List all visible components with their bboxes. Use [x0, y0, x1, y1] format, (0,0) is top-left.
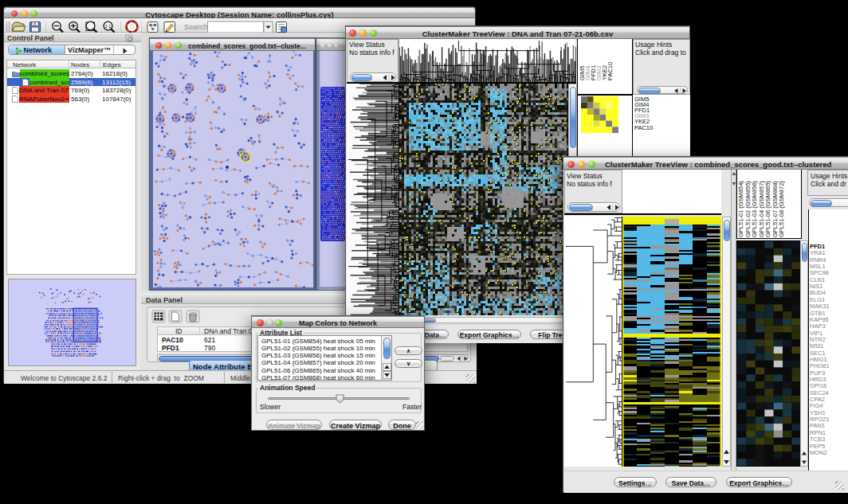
svg-text:1:1: 1:1 [105, 24, 112, 29]
svg-text:Search:: Search: [184, 22, 210, 31]
